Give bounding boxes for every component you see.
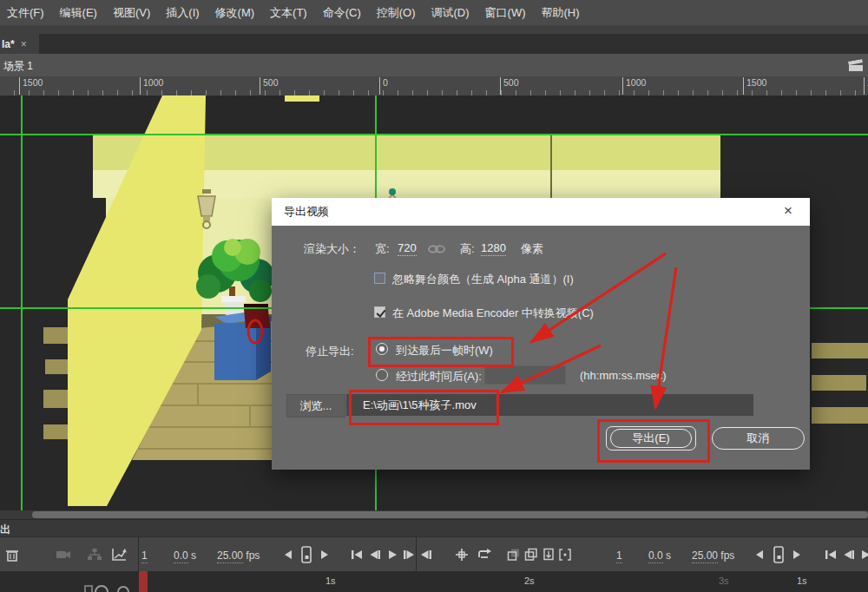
frame-number-hot-text-2[interactable]: 1: [616, 549, 622, 562]
onion-layers-icon[interactable]: [87, 548, 102, 562]
play-icon[interactable]: [387, 549, 398, 560]
menu-item-help[interactable]: 帮助(H): [542, 5, 580, 21]
menu-item-control[interactable]: 控制(O): [377, 5, 416, 21]
clipped-tool-icons: [82, 583, 143, 592]
first-frame-icon[interactable]: [351, 549, 363, 560]
dialog-close-icon[interactable]: ×: [779, 202, 798, 220]
horizontal-scrollbar[interactable]: [0, 510, 868, 519]
camera-icon[interactable]: [56, 548, 71, 562]
step-forward-icon[interactable]: [319, 549, 330, 560]
elapsed-time-input[interactable]: [484, 365, 566, 385]
document-tab-label: la*: [2, 38, 15, 50]
time-mark: 3s: [719, 576, 729, 586]
stop-export-label: 停止导出:: [306, 344, 354, 359]
pixels-unit-label: 像素: [521, 241, 543, 257]
tab-bar-empty-area: [39, 34, 868, 54]
stage-ruler: 1500 1000 500 0 500 1000 1500 2: [0, 76, 868, 95]
elapsed-time-hot-text-2[interactable]: 0.0 s: [648, 549, 671, 562]
menu-item-insert[interactable]: 插入(I): [166, 5, 199, 21]
prev-frame-icon-2[interactable]: [843, 549, 855, 560]
timeline-toolbar: 1 0.0 s 25.00 fps 1 0.0 s 25.00 fps: [0, 536, 868, 572]
step-forward-icon-2[interactable]: [792, 549, 802, 560]
trash-icon[interactable]: [5, 548, 19, 562]
width-value[interactable]: 720: [398, 241, 417, 256]
frame-indicator-icon[interactable]: [300, 546, 312, 563]
time-mark: 1s: [326, 576, 336, 586]
output-panel-label: 输出: [0, 523, 11, 537]
span-selection-icon[interactable]: [558, 548, 572, 562]
annotation-box-path: [349, 390, 499, 425]
ruler-mark: 500: [260, 77, 279, 95]
last-frame-icon[interactable]: [420, 549, 432, 560]
time-format-hint: (hh:mm:ss.msec): [580, 369, 667, 382]
elapsed-time-hot-text[interactable]: 0.0 s: [174, 549, 196, 562]
center-frame-icon[interactable]: [455, 548, 469, 562]
frame-number-hot-text[interactable]: 1: [141, 549, 148, 562]
fps-hot-text[interactable]: 25.00 fps: [217, 549, 260, 562]
elapsed-time-radio-label[interactable]: 经过此时间后(A):: [396, 369, 482, 385]
document-tab-bar: la* ×: [0, 26, 868, 54]
height-value[interactable]: 1280: [481, 241, 506, 256]
cancel-button[interactable]: 取消: [712, 427, 805, 450]
paste-frames-icon[interactable]: [541, 548, 555, 562]
play-icon-2[interactable]: [860, 549, 868, 560]
menu-item-text[interactable]: 文本(T): [270, 5, 307, 21]
elapsed-time-radio[interactable]: [376, 369, 388, 381]
menu-item-debug[interactable]: 调试(D): [431, 5, 470, 21]
step-back-icon[interactable]: [283, 549, 293, 560]
menu-item-command[interactable]: 命令(C): [323, 5, 361, 21]
scrollbar-thumb[interactable]: [32, 511, 868, 518]
next-frame-icon[interactable]: [403, 549, 415, 560]
ruler-mark: 1500: [19, 77, 43, 95]
menu-item-window[interactable]: 窗口(W): [485, 5, 526, 21]
scene-label[interactable]: 场景 1: [3, 59, 33, 74]
ruler-mark: 2: [864, 77, 868, 95]
export-video-dialog: 导出视频 × 渲染大小： 宽: 720 高: 1280 像素 忽略舞台颜色（生成…: [272, 198, 810, 470]
height-label: 高:: [460, 241, 475, 257]
step-back-icon-2[interactable]: [754, 549, 765, 560]
time-mark: 1s: [797, 576, 807, 586]
document-tab[interactable]: la* ×: [0, 34, 39, 54]
fps-hot-text-2[interactable]: 25.00 fps: [692, 549, 734, 562]
convert-in-media-encoder-checkbox[interactable]: [374, 306, 385, 318]
convert-in-media-encoder-label[interactable]: 在 Adobe Media Encoder 中转换视频(C): [392, 306, 594, 321]
ignore-stage-color-checkbox[interactable]: [374, 273, 385, 284]
loop-icon[interactable]: [476, 548, 491, 562]
close-icon[interactable]: ×: [21, 38, 27, 50]
ruler-mark: 1000: [140, 77, 163, 95]
dialog-body: 渲染大小： 宽: 720 高: 1280 像素 忽略舞台颜色（生成 Alpha …: [272, 226, 810, 470]
ruler-mark: 1000: [622, 77, 646, 95]
yellow-sliver: [285, 95, 319, 102]
menu-bar: 文件(F) 编辑(E) 视图(V) 插入(I) 修改(M) 文本(T) 命令(C…: [0, 0, 868, 26]
annotation-box-radio: [368, 337, 514, 367]
dialog-title-bar[interactable]: 导出视频 ×: [272, 198, 810, 226]
link-icon[interactable]: [428, 245, 445, 253]
annotation-box-export: [597, 419, 710, 463]
browse-button[interactable]: 浏览...: [286, 394, 345, 418]
menu-item-edit[interactable]: 编辑(E): [60, 5, 97, 21]
ruler-mark: 500: [500, 77, 519, 95]
ignore-stage-color-label[interactable]: 忽略舞台颜色（生成 Alpha 通道）(I): [392, 272, 574, 287]
render-size-label: 渲染大小：: [304, 241, 360, 257]
ruler-mark: 1500: [743, 77, 766, 95]
duplicate-frames-icon[interactable]: [507, 548, 521, 562]
prev-frame-icon[interactable]: [369, 549, 381, 560]
timeline-ruler[interactable]: 1s 2s 3s 1s: [0, 571, 868, 592]
graph-editor-icon[interactable]: [111, 548, 127, 562]
time-mark: 2s: [524, 576, 535, 586]
ruler-mark: 0: [379, 77, 388, 95]
menu-item-file[interactable]: 文件(F): [7, 5, 44, 21]
wall-ledges-right: [812, 343, 868, 424]
dialog-title: 导出视频: [284, 204, 329, 220]
menu-item-view[interactable]: 视图(V): [113, 5, 150, 21]
output-panel-tab[interactable]: 输出: [0, 519, 868, 537]
width-label: 宽:: [375, 241, 390, 257]
scene-bar: 场景 1: [0, 54, 868, 77]
menu-item-modify[interactable]: 修改(M): [215, 5, 255, 21]
frame-indicator-icon-2[interactable]: [773, 546, 785, 563]
edit-scene-icon[interactable]: [847, 57, 865, 72]
copy-frames-icon[interactable]: [524, 548, 538, 562]
first-frame-icon-2[interactable]: [825, 549, 837, 560]
